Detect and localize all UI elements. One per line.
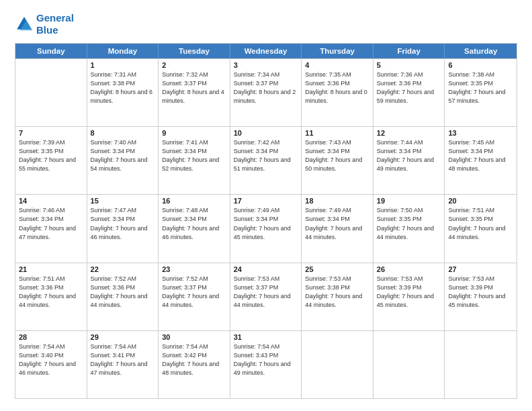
cell-info: Sunrise: 7:53 AMSunset: 3:38 PMDaylight:…: [305, 275, 369, 310]
calendar-cell: [373, 331, 445, 398]
cell-date: 17: [234, 197, 298, 205]
cell-date: 29: [91, 333, 155, 341]
cell-date: 26: [377, 265, 441, 273]
cell-date: 27: [448, 265, 513, 273]
calendar-cell: [302, 331, 373, 398]
calendar-cell: 20Sunrise: 7:51 AMSunset: 3:35 PMDayligh…: [445, 195, 517, 262]
cell-date: 16: [162, 197, 226, 205]
cell-info: Sunrise: 7:35 AMSunset: 3:36 PMDaylight:…: [305, 71, 369, 105]
calendar-cell: 10Sunrise: 7:42 AMSunset: 3:34 PMDayligh…: [230, 127, 302, 194]
cell-info: Sunrise: 7:48 AMSunset: 3:34 PMDaylight:…: [162, 206, 226, 241]
page: General Blue SundayMondayTuesdayWednesda…: [0, 0, 532, 411]
cell-info: Sunrise: 7:53 AMSunset: 3:37 PMDaylight:…: [234, 275, 298, 310]
header-day-sunday: Sunday: [15, 44, 87, 58]
cell-date: 19: [377, 197, 441, 205]
cell-info: Sunrise: 7:54 AMSunset: 3:40 PMDaylight:…: [19, 342, 83, 377]
calendar-week-0: 1Sunrise: 7:31 AMSunset: 3:38 PMDaylight…: [15, 58, 517, 126]
calendar-week-4: 28Sunrise: 7:54 AMSunset: 3:40 PMDayligh…: [15, 330, 517, 398]
calendar-cell: 29Sunrise: 7:54 AMSunset: 3:41 PMDayligh…: [87, 331, 159, 398]
cell-info: Sunrise: 7:49 AMSunset: 3:34 PMDaylight:…: [234, 206, 298, 241]
cell-date: 10: [234, 129, 298, 137]
calendar-cell: 15Sunrise: 7:47 AMSunset: 3:34 PMDayligh…: [87, 195, 159, 262]
header-day-wednesday: Wednesday: [230, 44, 302, 58]
cell-date: 6: [448, 61, 513, 69]
cell-info: Sunrise: 7:52 AMSunset: 3:36 PMDaylight:…: [91, 275, 155, 310]
calendar-cell: 19Sunrise: 7:50 AMSunset: 3:35 PMDayligh…: [373, 195, 445, 262]
cell-date: 5: [377, 61, 441, 69]
calendar-cell: [15, 59, 87, 126]
cell-info: Sunrise: 7:52 AMSunset: 3:37 PMDaylight:…: [162, 275, 226, 310]
calendar-cell: 25Sunrise: 7:53 AMSunset: 3:38 PMDayligh…: [302, 263, 373, 330]
calendar-cell: 2Sunrise: 7:32 AMSunset: 3:37 PMDaylight…: [159, 59, 230, 126]
cell-date: 7: [19, 129, 83, 137]
cell-info: Sunrise: 7:54 AMSunset: 3:43 PMDaylight:…: [234, 342, 298, 377]
calendar-cell: 16Sunrise: 7:48 AMSunset: 3:34 PMDayligh…: [159, 195, 230, 262]
cell-info: Sunrise: 7:32 AMSunset: 3:37 PMDaylight:…: [162, 71, 226, 105]
cell-info: Sunrise: 7:31 AMSunset: 3:38 PMDaylight:…: [91, 71, 155, 105]
cell-info: Sunrise: 7:53 AMSunset: 3:39 PMDaylight:…: [377, 275, 441, 310]
cell-info: Sunrise: 7:39 AMSunset: 3:35 PMDaylight:…: [19, 138, 83, 173]
calendar-cell: 11Sunrise: 7:43 AMSunset: 3:34 PMDayligh…: [302, 127, 373, 194]
calendar-body: 1Sunrise: 7:31 AMSunset: 3:38 PMDaylight…: [15, 58, 517, 398]
calendar-cell: [445, 331, 517, 398]
calendar-cell: 17Sunrise: 7:49 AMSunset: 3:34 PMDayligh…: [230, 195, 302, 262]
logo-icon: [15, 15, 34, 34]
calendar-cell: 6Sunrise: 7:38 AMSunset: 3:35 PMDaylight…: [445, 59, 517, 126]
cell-date: 28: [19, 333, 83, 341]
cell-date: 24: [234, 265, 298, 273]
cell-info: Sunrise: 7:43 AMSunset: 3:34 PMDaylight:…: [305, 138, 369, 173]
calendar-cell: 5Sunrise: 7:36 AMSunset: 3:36 PMDaylight…: [373, 59, 445, 126]
cell-info: Sunrise: 7:51 AMSunset: 3:36 PMDaylight:…: [19, 275, 83, 310]
calendar-cell: 12Sunrise: 7:44 AMSunset: 3:34 PMDayligh…: [373, 127, 445, 194]
cell-date: 18: [305, 197, 369, 205]
cell-info: Sunrise: 7:54 AMSunset: 3:42 PMDaylight:…: [162, 342, 226, 377]
calendar-week-1: 7Sunrise: 7:39 AMSunset: 3:35 PMDaylight…: [15, 126, 517, 194]
calendar-cell: 28Sunrise: 7:54 AMSunset: 3:40 PMDayligh…: [15, 331, 87, 398]
calendar-cell: 9Sunrise: 7:41 AMSunset: 3:34 PMDaylight…: [159, 127, 230, 194]
calendar-cell: 8Sunrise: 7:40 AMSunset: 3:34 PMDaylight…: [87, 127, 159, 194]
cell-info: Sunrise: 7:45 AMSunset: 3:34 PMDaylight:…: [448, 138, 513, 173]
calendar-cell: 23Sunrise: 7:52 AMSunset: 3:37 PMDayligh…: [159, 263, 230, 330]
logo-text: General Blue: [36, 12, 74, 36]
header-day-thursday: Thursday: [302, 44, 373, 58]
calendar-cell: 7Sunrise: 7:39 AMSunset: 3:35 PMDaylight…: [15, 127, 87, 194]
cell-date: 30: [162, 333, 226, 341]
cell-date: 25: [305, 265, 369, 273]
header-day-friday: Friday: [373, 44, 445, 58]
header-day-saturday: Saturday: [445, 44, 517, 58]
calendar-cell: 22Sunrise: 7:52 AMSunset: 3:36 PMDayligh…: [87, 263, 159, 330]
cell-date: 3: [234, 61, 298, 69]
calendar-cell: 26Sunrise: 7:53 AMSunset: 3:39 PMDayligh…: [373, 263, 445, 330]
cell-info: Sunrise: 7:51 AMSunset: 3:35 PMDaylight:…: [448, 206, 513, 241]
cell-info: Sunrise: 7:40 AMSunset: 3:34 PMDaylight:…: [91, 138, 155, 173]
cell-date: 21: [19, 265, 83, 273]
cell-date: 23: [162, 265, 226, 273]
calendar-cell: 30Sunrise: 7:54 AMSunset: 3:42 PMDayligh…: [159, 331, 230, 398]
calendar-cell: 4Sunrise: 7:35 AMSunset: 3:36 PMDaylight…: [302, 59, 373, 126]
cell-info: Sunrise: 7:38 AMSunset: 3:35 PMDaylight:…: [448, 71, 513, 105]
cell-date: 2: [162, 61, 226, 69]
cell-date: 12: [377, 129, 441, 137]
calendar-cell: 27Sunrise: 7:53 AMSunset: 3:39 PMDayligh…: [445, 263, 517, 330]
calendar-cell: 1Sunrise: 7:31 AMSunset: 3:38 PMDaylight…: [87, 59, 159, 126]
cell-date: 15: [91, 197, 155, 205]
cell-date: 31: [234, 333, 298, 341]
cell-info: Sunrise: 7:46 AMSunset: 3:34 PMDaylight:…: [19, 206, 83, 241]
cell-date: 4: [305, 61, 369, 69]
cell-date: 20: [448, 197, 513, 205]
calendar-cell: 31Sunrise: 7:54 AMSunset: 3:43 PMDayligh…: [230, 331, 302, 398]
header: General Blue: [15, 12, 517, 36]
cell-date: 1: [91, 61, 155, 69]
cell-date: 13: [448, 129, 513, 137]
calendar-cell: 18Sunrise: 7:49 AMSunset: 3:34 PMDayligh…: [302, 195, 373, 262]
cell-date: 9: [162, 129, 226, 137]
header-day-tuesday: Tuesday: [159, 44, 230, 58]
cell-info: Sunrise: 7:50 AMSunset: 3:35 PMDaylight:…: [377, 206, 441, 241]
calendar-cell: 3Sunrise: 7:34 AMSunset: 3:37 PMDaylight…: [230, 59, 302, 126]
calendar-cell: 24Sunrise: 7:53 AMSunset: 3:37 PMDayligh…: [230, 263, 302, 330]
cell-date: 11: [305, 129, 369, 137]
cell-date: 14: [19, 197, 83, 205]
cell-info: Sunrise: 7:36 AMSunset: 3:36 PMDaylight:…: [377, 71, 441, 105]
cell-info: Sunrise: 7:47 AMSunset: 3:34 PMDaylight:…: [91, 206, 155, 241]
calendar-week-3: 21Sunrise: 7:51 AMSunset: 3:36 PMDayligh…: [15, 263, 517, 330]
